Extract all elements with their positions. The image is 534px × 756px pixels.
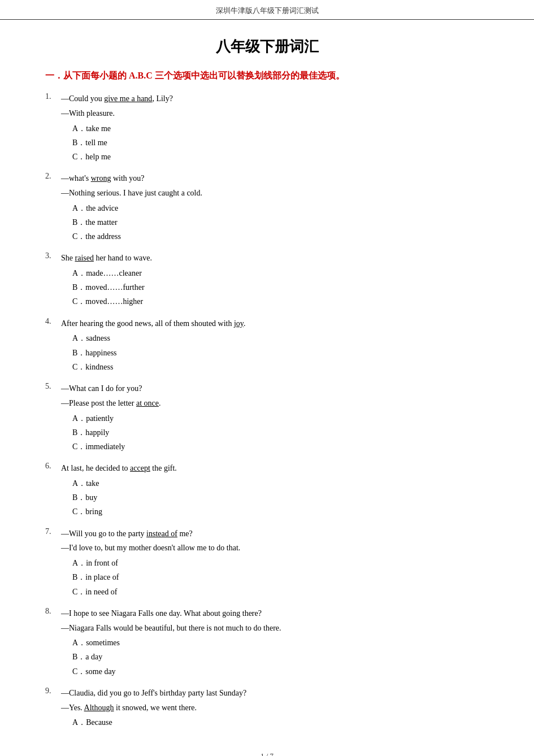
option-row: C．help me [72, 150, 489, 164]
option-row: A．Because [72, 715, 489, 729]
question-line: —With pleasure. [61, 107, 489, 120]
option-row: C．in need of [72, 585, 489, 599]
option-label: A． [72, 476, 86, 490]
options-list: A．takeB．buyC．bring [61, 476, 489, 519]
footer-text: 1 / 7 [261, 751, 273, 756]
option-label: B． [72, 650, 85, 664]
option-row: A．made……cleaner [72, 266, 489, 280]
option-label: C． [72, 440, 85, 454]
option-label: C． [72, 664, 85, 679]
options-list: A．take meB．tell meC．help me [61, 121, 489, 164]
question-number: 5. [45, 382, 61, 391]
question-number: 1. [45, 92, 61, 101]
option-label: A． [72, 121, 86, 136]
underline-text: instead of [146, 529, 177, 538]
questions-list: 1.—Could you give me a hand, Lily?—With … [45, 92, 489, 730]
options-list: A．made……cleanerB．moved……furtherC．moved……… [61, 266, 489, 309]
question-number: 4. [45, 317, 61, 326]
question-body: After hearing the good news, all of them… [61, 317, 489, 374]
footer: 1 / 7 [0, 751, 534, 756]
option-row: C．immediately [72, 440, 489, 454]
question-line: After hearing the good news, all of them… [61, 317, 489, 331]
question-line: —What can I do for you? [61, 382, 489, 396]
option-row: C．kindness [72, 360, 489, 374]
header-title: 深圳牛津版八年级下册词汇测试 [216, 6, 319, 15]
underline-text: at once [136, 399, 159, 407]
question-line: —Yes. Although it snowed, we went there. [61, 701, 489, 715]
option-row: C．bring [72, 505, 489, 519]
option-row: A．sadness [72, 331, 489, 345]
option-label: A． [72, 636, 86, 650]
option-row: A．patiently [72, 411, 489, 425]
options-list: A．patientlyB．happilyC．immediately [61, 411, 489, 454]
question-line: —Niagara Falls would be beautiful, but t… [61, 622, 489, 635]
question-line: —Please post the letter at once. [61, 397, 489, 410]
question-line: She raised her hand to wave. [61, 251, 489, 265]
question-body: —I hope to see Niagara Falls one day. Wh… [61, 607, 489, 679]
option-label: B． [72, 136, 85, 150]
question-number: 6. [45, 462, 61, 471]
question-body: —Will you go to the party instead of me?… [61, 527, 489, 599]
option-label: C． [72, 229, 85, 244]
option-label: A． [72, 411, 86, 425]
page: 深圳牛津版八年级下册词汇测试 八年级下册词汇 一．从下面每小题的 A.B.C 三… [0, 0, 534, 756]
question-line: —what's wrong with you? [61, 172, 489, 185]
question-body: —What can I do for you?—Please post the … [61, 382, 489, 454]
question-number: 7. [45, 527, 61, 536]
options-list: A．the adviceB．the matterC．the address [61, 201, 489, 244]
option-row: C．some day [72, 664, 489, 679]
underline-text: give me a hand [104, 94, 152, 103]
question-body: —what's wrong with you?—Nothing serious.… [61, 172, 489, 244]
page-title: 八年级下册词汇 [45, 37, 489, 57]
option-row: B．happily [72, 425, 489, 440]
question-body: At last, he decided to accept the gift.A… [61, 462, 489, 519]
options-list: A．in front ofB．in place ofC．in need of [61, 556, 489, 599]
option-label: C． [72, 294, 85, 309]
question-body: —Could you give me a hand, Lily?—With pl… [61, 92, 489, 164]
underline-text: accept [130, 464, 150, 472]
option-row: B．happiness [72, 346, 489, 360]
question-line: —I hope to see Niagara Falls one day. Wh… [61, 607, 489, 620]
question-number: 2. [45, 172, 61, 181]
question-number: 8. [45, 607, 61, 616]
question-item: 7.—Will you go to the party instead of m… [45, 527, 489, 599]
option-row: B．a day [72, 650, 489, 664]
underline-text: wrong [91, 174, 111, 183]
underline-text: joy [234, 319, 244, 328]
option-label: A． [72, 201, 86, 215]
main-content: 八年级下册词汇 一．从下面每小题的 A.B.C 三个选项中选出可以替换划线部分的… [0, 20, 534, 756]
option-label: A． [72, 266, 86, 280]
question-line: —I'd love to, but my mother doesn't allo… [61, 541, 489, 555]
option-label: B． [72, 490, 85, 505]
option-label: A． [72, 331, 86, 345]
option-label: C． [72, 150, 85, 164]
options-list: A．sadnessB．happinessC．kindness [61, 331, 489, 374]
question-line: —Nothing serious. I have just caught a c… [61, 186, 489, 200]
option-row: B．buy [72, 490, 489, 505]
question-number: 3. [45, 251, 61, 260]
option-label: C． [72, 360, 85, 374]
option-label: C． [72, 585, 85, 599]
option-label: B． [72, 280, 85, 294]
option-label: B． [72, 570, 85, 584]
option-row: A．in front of [72, 556, 489, 570]
option-label: B． [72, 346, 85, 360]
options-list: A．sometimesB．a dayC．some day [61, 636, 489, 679]
section-title: 一．从下面每小题的 A.B.C 三个选项中选出可以替换划线部分的最佳选项。 [45, 70, 489, 82]
question-item: 8.—I hope to see Niagara Falls one day. … [45, 607, 489, 679]
question-item: 1.—Could you give me a hand, Lily?—With … [45, 92, 489, 164]
header-bar: 深圳牛津版八年级下册词汇测试 [0, 0, 534, 20]
question-line: —Could you give me a hand, Lily? [61, 92, 489, 106]
option-row: A．sometimes [72, 636, 489, 650]
options-list: A．Because [61, 715, 489, 729]
question-item: 2.—what's wrong with you?—Nothing seriou… [45, 172, 489, 244]
question-body: She raised her hand to wave.A．made……clea… [61, 251, 489, 309]
question-line: —Claudia, did you go to Jeff's birthday … [61, 687, 489, 700]
underline-text: raised [75, 254, 94, 262]
option-row: B．tell me [72, 136, 489, 150]
option-label: A． [72, 556, 86, 570]
question-line: At last, he decided to accept the gift. [61, 462, 489, 475]
option-row: C．moved……higher [72, 294, 489, 309]
option-row: B．in place of [72, 570, 489, 584]
question-item: 3.She raised her hand to wave.A．made……cl… [45, 251, 489, 309]
